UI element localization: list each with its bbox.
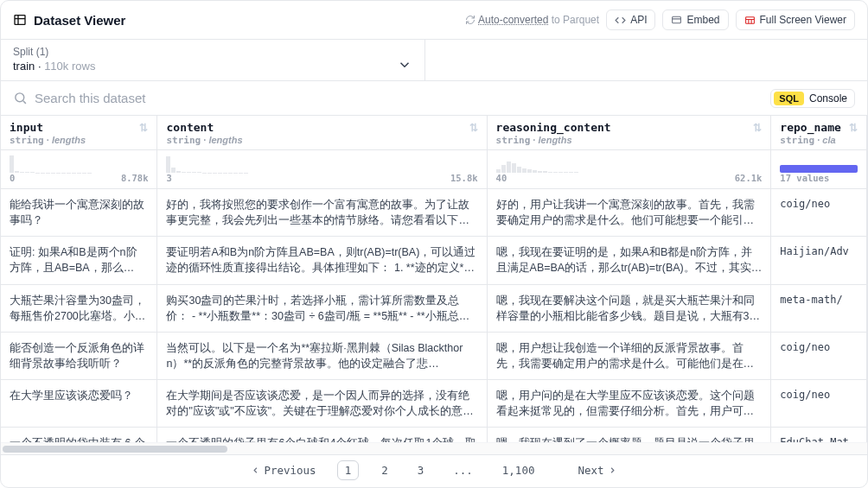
- sql-tag: SQL: [774, 92, 804, 105]
- page-1[interactable]: 1: [337, 460, 360, 480]
- cell-input: 在大学里应该谈恋爱吗？: [1, 380, 157, 428]
- split-value: train · 110k rows: [13, 60, 95, 73]
- cell-content: 当然可以。以下是一个名为**塞拉斯·黑荆棘（Silas Blackthorn）*…: [157, 332, 487, 379]
- page-2[interactable]: 2: [374, 461, 395, 479]
- fullscreen-button[interactable]: Full Screen Viewer: [736, 10, 856, 30]
- scrollbar-thumb[interactable]: [3, 446, 227, 453]
- auto-converted-link[interactable]: Auto-converted: [478, 14, 548, 26]
- column-header-input[interactable]: input⇅ string · lengths: [1, 116, 156, 149]
- sort-icon[interactable]: ⇅: [139, 122, 148, 134]
- sort-icon[interactable]: ⇅: [849, 122, 858, 134]
- api-button[interactable]: API: [606, 10, 655, 30]
- pagination: Previous 123...1,100 Next: [1, 454, 867, 487]
- column-header-repo_name[interactable]: repo_name⇅ string · cla: [771, 116, 866, 149]
- cell-repo: coig/neo: [771, 189, 867, 237]
- search-row: SQL Console: [1, 81, 867, 116]
- cell-reasoning: 好的，用户让我讲一个寓意深刻的故事。首先，我需要确定用户的需求是什么。他们可能想…: [487, 189, 771, 237]
- table-row[interactable]: 能给我讲一个寓意深刻的故事吗？ 好的，我将按照您的要求创作一个富有寓意的故事。为…: [1, 189, 867, 237]
- cell-input: 能否创造一个反派角色的详细背景故事给我听听？: [1, 332, 157, 379]
- cell-input: 大瓶芒果汁容量为30盎司，每瓶售价2700比塞塔。小瓶容…: [1, 284, 157, 332]
- cell-repo: EduChat-Mat: [771, 428, 867, 442]
- table-row[interactable]: 证明: 如果A和B是两个n阶方阵，且AB=BA，那么… 要证明若A和B为n阶方阵…: [1, 237, 867, 284]
- svg-rect-5: [745, 16, 754, 23]
- column-histogram[interactable]: 4062.1k: [488, 150, 771, 188]
- table-row[interactable]: 大瓶芒果汁容量为30盎司，每瓶售价2700比塞塔。小瓶容… 购买30盎司的芒果汁…: [1, 284, 867, 332]
- cell-content: 购买30盎司的芒果汁时，若选择小瓶，需计算所需数量及总价： - **小瓶数量**…: [157, 284, 487, 332]
- cell-reasoning: 嗯，用户问的是在大学里应不应该谈恋爱。这个问题看起来挺常见的，但需要仔细分析。首…: [487, 380, 771, 428]
- expand-icon: [744, 15, 756, 26]
- header: Dataset Viewer Auto-converted to Parquet…: [1, 1, 867, 40]
- svg-line-10: [23, 101, 26, 104]
- cell-content: 在大学期间是否应该谈恋爱，是一个因人而异的选择，没有绝对的"应该"或"不应该"。…: [157, 380, 487, 428]
- auto-converted-text: Auto-converted to Parquet: [465, 14, 599, 26]
- cell-input: 能给我讲一个寓意深刻的故事吗？: [1, 189, 157, 237]
- sort-icon[interactable]: ⇅: [753, 122, 762, 134]
- cell-reasoning: 嗯，用户想让我创造一个详细的反派背景故事。首先，我需要确定用户的需求是什么。可能…: [487, 332, 771, 379]
- table-row[interactable]: 在大学里应该谈恋爱吗？ 在大学期间是否应该谈恋爱，是一个因人而异的选择，没有绝对…: [1, 380, 867, 428]
- cell-content: 一个不透明的袋子里有6个白球和4个红球，每次任取1个球，取出后: [157, 428, 487, 442]
- cell-content: 好的，我将按照您的要求创作一个富有寓意的故事。为了让故事更完整，我会先列出一些基…: [157, 189, 487, 237]
- page-title: Dataset Viewer: [34, 13, 125, 28]
- next-button[interactable]: Next: [578, 464, 616, 477]
- cell-content: 要证明若A和B为n阶方阵且AB=BA，则tr(AB)=tr(BA)，可以通过迹的…: [157, 237, 487, 284]
- split-row: Split (1) train · 110k rows: [1, 40, 867, 81]
- svg-rect-3: [673, 16, 681, 23]
- cell-repo: meta-math/: [771, 284, 867, 332]
- column-histogram[interactable]: 315.8k: [157, 150, 486, 188]
- code-icon: [615, 15, 626, 26]
- column-histogram[interactable]: 08.78k: [1, 150, 156, 188]
- cell-input: 证明: 如果A和B是两个n阶方阵，且AB=BA，那么…: [1, 237, 157, 284]
- cell-repo: Haijian/Adv: [771, 237, 867, 284]
- embed-button[interactable]: Embed: [662, 10, 728, 30]
- cell-reasoning: 嗯，我现在要解决这个问题，就是买大瓶芒果汁和同样容量的小瓶相比能省多少钱。题目是…: [487, 284, 771, 332]
- cell-reasoning: 嗯，我现在遇到了一个概率题，题目是说一个袋子里有6个: [487, 428, 771, 442]
- split-selector[interactable]: Split (1) train · 110k rows: [1, 40, 424, 80]
- sort-icon[interactable]: ⇅: [469, 122, 478, 134]
- cell-reasoning: 嗯，我现在要证明的是，如果A和B都是n阶方阵，并且满足AB=BA的话，那么tr(…: [487, 237, 771, 284]
- cell-input: 一个不透明的袋中装有 6 个白: [1, 428, 157, 442]
- split-label: Split (1): [13, 46, 95, 58]
- page-3[interactable]: 3: [411, 461, 431, 479]
- embed-icon: [671, 15, 682, 26]
- search-input[interactable]: [35, 85, 770, 111]
- sql-console-button[interactable]: SQL Console: [770, 89, 855, 108]
- cell-repo: coig/neo: [771, 332, 867, 379]
- table-icon: [13, 13, 27, 27]
- search-icon: [13, 91, 28, 105]
- table-row[interactable]: 一个不透明的袋中装有 6 个白 一个不透明的袋子里有6个白球和4个红球，每次任取…: [1, 428, 867, 442]
- column-header-reasoning_content[interactable]: reasoning_content⇅ string · lengths: [488, 116, 771, 149]
- table-row[interactable]: 能否创造一个反派角色的详细背景故事给我听听？ 当然可以。以下是一个名为**塞拉斯…: [1, 332, 867, 379]
- svg-point-9: [16, 93, 24, 102]
- cell-repo: coig/neo: [771, 380, 867, 428]
- data-table-scroll[interactable]: input⇅ string · lengths content⇅ string …: [1, 116, 867, 442]
- svg-rect-0: [15, 16, 25, 25]
- horizontal-scrollbar[interactable]: [1, 442, 867, 454]
- column-header-content[interactable]: content⇅ string · lengths: [157, 116, 486, 149]
- chevron-down-icon: [397, 57, 412, 73]
- column-histogram[interactable]: 17 values: [771, 150, 866, 188]
- page-...: ...: [446, 461, 480, 479]
- prev-button[interactable]: Previous: [251, 464, 316, 477]
- data-table: input⇅ string · lengths content⇅ string …: [1, 116, 867, 442]
- page-1,100[interactable]: 1,100: [495, 461, 542, 479]
